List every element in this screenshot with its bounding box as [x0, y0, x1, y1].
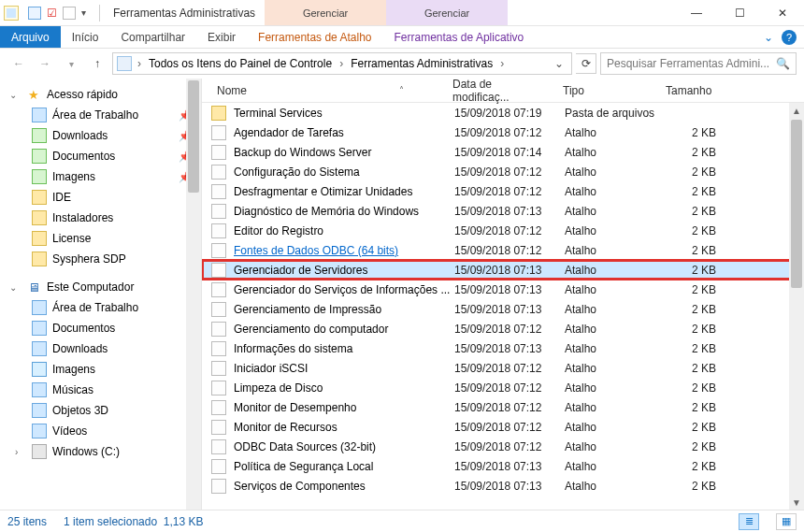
navigation-pane[interactable]: ⌄ ★ Acesso rápido Área de Trabalho📌Downl…: [0, 79, 202, 510]
tree-item[interactable]: Área de Trabalho: [0, 297, 201, 318]
tree-this-pc[interactable]: ⌄ 🖥 Este Computador: [0, 277, 201, 297]
qat-properties-icon[interactable]: [28, 7, 41, 20]
tab-home[interactable]: Início: [61, 26, 110, 48]
close-button[interactable]: ✕: [761, 0, 804, 25]
item-size: 2 KB: [668, 421, 733, 434]
titlebar: ☑ ▾ Ferramentas Administrativas Gerencia…: [0, 0, 804, 26]
list-item[interactable]: Configuração do Sistema15/09/2018 07:12A…: [202, 162, 804, 181]
tab-shortcut-tools[interactable]: Ferramentas de Atalho: [247, 26, 382, 48]
tab-share[interactable]: Compartilhar: [109, 26, 196, 48]
list-item[interactable]: Política de Segurança Local15/09/2018 07…: [202, 456, 804, 476]
expand-icon[interactable]: ⌄: [9, 90, 21, 100]
chevron-right-icon[interactable]: ›: [498, 57, 506, 70]
tree-item[interactable]: Músicas: [0, 380, 201, 400]
tree-item[interactable]: Imagens: [0, 359, 201, 380]
expand-icon[interactable]: ⌄: [9, 282, 21, 293]
list-item[interactable]: Gerenciamento do computador15/09/2018 07…: [202, 319, 804, 338]
list-item[interactable]: ODBC Data Sources (32-bit)15/09/2018 07:…: [202, 437, 804, 456]
list-item[interactable]: Terminal Services15/09/2018 07:19Pasta d…: [202, 103, 804, 122]
expand-icon[interactable]: ›: [15, 447, 26, 457]
sort-asc-icon: ˄: [399, 85, 404, 95]
help-icon[interactable]: ?: [782, 30, 797, 45]
list-item[interactable]: Editor do Registro15/09/2018 07:12Atalho…: [202, 221, 804, 240]
tree-item[interactable]: Downloads: [0, 338, 201, 359]
column-size[interactable]: Tamanho: [660, 84, 725, 97]
address-dropdown-icon[interactable]: ⌄: [551, 57, 567, 70]
qat-newfolder-icon[interactable]: [63, 7, 76, 20]
folder-icon: [32, 231, 47, 246]
nav-back-button[interactable]: ←: [7, 52, 30, 75]
tree-item[interactable]: Sysphera SDP: [0, 249, 201, 269]
item-name: Política de Segurança Local: [234, 460, 454, 473]
view-details-button[interactable]: ≣: [739, 513, 759, 530]
folder-icon: [32, 149, 47, 164]
nav-recent-dropdown[interactable]: ▾: [60, 52, 82, 75]
list-item[interactable]: Fontes de Dados ODBC (64 bits)15/09/2018…: [202, 240, 804, 260]
list-scrollbar[interactable]: ▲ ▼: [789, 103, 804, 510]
tab-view[interactable]: Exibir: [196, 26, 247, 48]
list-item[interactable]: Desfragmentar e Otimizar Unidades15/09/2…: [202, 181, 804, 201]
chevron-right-icon[interactable]: ›: [337, 57, 345, 70]
ribbon-expand-icon[interactable]: ⌄: [755, 26, 782, 48]
tree-item[interactable]: Documentos: [0, 318, 201, 338]
column-type[interactable]: Tipo: [557, 84, 660, 97]
shortcut-icon: [211, 322, 226, 337]
tree-item[interactable]: License: [0, 228, 201, 249]
refresh-button[interactable]: ⟳: [576, 53, 596, 74]
scrollbar-thumb[interactable]: [188, 80, 199, 193]
tree-item[interactable]: Área de Trabalho📌: [0, 105, 201, 125]
tree-scrollbar[interactable]: [186, 79, 201, 510]
column-date[interactable]: Data de modificaç...: [447, 78, 557, 104]
breadcrumb[interactable]: Ferramentas Administrativas: [349, 57, 495, 70]
shortcut-icon: [211, 125, 226, 140]
list-item[interactable]: Limpeza de Disco15/09/2018 07:12Atalho2 …: [202, 378, 804, 397]
tree-item[interactable]: Documentos📌: [0, 146, 201, 166]
tab-app-tools[interactable]: Ferramentas de Aplicativo: [383, 26, 536, 48]
tree-item[interactable]: Downloads📌: [0, 125, 201, 146]
scroll-up-icon[interactable]: ▲: [789, 103, 804, 118]
minimize-button[interactable]: —: [675, 0, 718, 25]
item-type: Atalho: [565, 440, 668, 453]
folder-icon: [32, 341, 47, 356]
breadcrumb[interactable]: Todos os Itens do Painel de Controle: [147, 57, 334, 70]
search-input[interactable]: Pesquisar Ferramentas Admini... 🔍: [600, 52, 797, 75]
tree-item[interactable]: Instaladores: [0, 208, 201, 228]
list-item[interactable]: Informações do sistema15/09/2018 07:13At…: [202, 338, 804, 358]
address-bar[interactable]: › Todos os Itens do Painel de Controle ›…: [112, 52, 572, 75]
list-item[interactable]: Iniciador iSCSI15/09/2018 07:12Atalho2 K…: [202, 358, 804, 378]
list-item[interactable]: Monitor de Recursos15/09/2018 07:12Atalh…: [202, 417, 804, 437]
tree-item-label: Imagens: [52, 170, 95, 183]
list-item[interactable]: Gerenciador de Servidores15/09/2018 07:1…: [202, 260, 804, 280]
item-date: 15/09/2018 07:12: [454, 401, 565, 414]
tree-item-label: Windows (C:): [52, 445, 120, 458]
tab-file[interactable]: Arquivo: [0, 26, 61, 48]
qat-check-icon[interactable]: ☑: [47, 7, 57, 20]
item-size: 2 KB: [668, 362, 733, 375]
list-item[interactable]: Monitor de Desempenho15/09/2018 07:12Ata…: [202, 397, 804, 417]
list-item[interactable]: Serviços de Componentes15/09/2018 07:13A…: [202, 476, 804, 496]
qat-dropdown-icon[interactable]: ▾: [81, 7, 86, 18]
item-size: 2 KB: [668, 264, 733, 277]
scrollbar-thumb[interactable]: [791, 120, 802, 288]
list-item[interactable]: Gerenciador do Serviços de Informações .…: [202, 280, 804, 299]
nav-forward-button[interactable]: →: [34, 52, 56, 75]
chevron-right-icon[interactable]: ›: [136, 57, 143, 70]
list-item[interactable]: Gerenciamento de Impressão15/09/2018 07:…: [202, 299, 804, 319]
column-name[interactable]: Nome˄: [211, 84, 447, 97]
list-item[interactable]: Backup do Windows Server15/09/2018 07:14…: [202, 142, 804, 162]
list-item[interactable]: Agendador de Tarefas15/09/2018 07:12Atal…: [202, 122, 804, 142]
maximize-button[interactable]: ☐: [718, 0, 761, 25]
tree-item[interactable]: ›Windows (C:): [0, 441, 201, 462]
item-name: Terminal Services: [234, 107, 454, 120]
tree-item[interactable]: IDE: [0, 187, 201, 208]
tree-item[interactable]: Objetos 3D: [0, 400, 201, 421]
list-item[interactable]: Diagnóstico de Memória do Windows15/09/2…: [202, 201, 804, 221]
nav-up-button[interactable]: ↑: [86, 52, 108, 75]
tree-item[interactable]: Vídeos: [0, 421, 201, 441]
item-size: 2 KB: [668, 440, 733, 453]
tree-item[interactable]: Imagens📌: [0, 166, 201, 187]
contextual-tab-shortcut: Gerenciar: [265, 0, 386, 25]
scroll-down-icon[interactable]: ▼: [789, 495, 804, 510]
tree-quick-access[interactable]: ⌄ ★ Acesso rápido: [0, 84, 201, 105]
view-large-icons-button[interactable]: ▦: [776, 513, 797, 530]
